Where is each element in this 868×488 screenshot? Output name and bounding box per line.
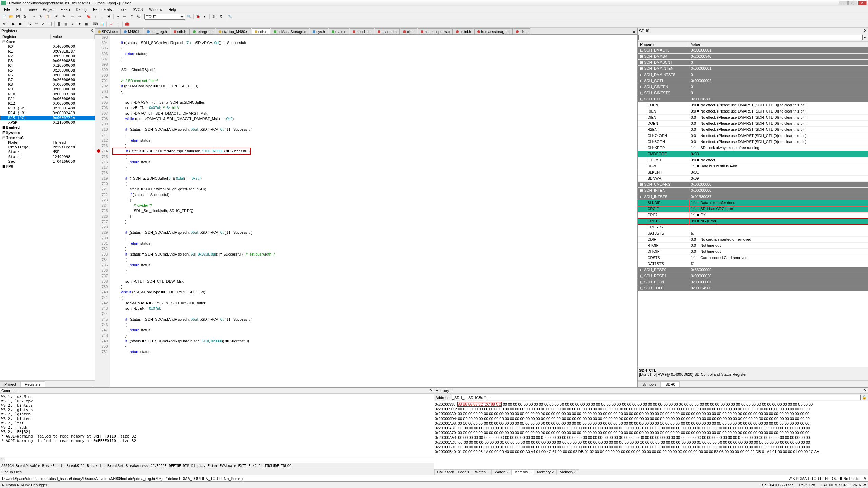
reg-row[interactable]: R30x00000838 [0,59,95,63]
new-icon[interactable]: 📄 [1,14,7,20]
prop-row[interactable]: CTLRST0:0 = No effect [638,157,868,163]
build-icon[interactable]: ⚙ [211,14,217,20]
prop-row[interactable]: ⊞ SDH_CMDARG0x00000000 [638,182,868,188]
prop-row[interactable]: DAT0STS☑ [638,230,868,237]
mem-tab[interactable]: Memory 2 [534,469,557,475]
nav-back-icon[interactable]: ⇐ [70,14,76,20]
find-combo[interactable]: TOUT [144,14,185,20]
file-tab[interactable]: hsMassStorage.c [271,28,309,34]
menu-svcs[interactable]: SVCS [130,7,145,12]
reg-group-internal[interactable]: ⊟Internal [0,135,95,140]
prop-row[interactable]: CRCIF1:1 = SDH has CRC error [638,206,868,212]
tab-registers[interactable]: Registers [20,381,45,387]
sdh-close-icon[interactable]: ✕ [864,28,867,33]
file-tab[interactable]: sdh_reg.h [144,28,170,34]
prop-row[interactable]: ⊞ SDH_RESP10x00000020 [638,273,868,279]
prop-row[interactable]: CRC71:1 = OK [638,212,868,218]
registers-close-icon[interactable]: ✕ [90,28,93,33]
menu-project[interactable]: Project [40,7,57,12]
file-tab[interactable]: sys.h [310,28,328,34]
prop-row[interactable]: BLKDIF1:1 = Data-in transfer done [638,200,868,206]
prop-row[interactable]: CRC160:0 = NG (Error) [638,218,868,224]
reg-row[interactable]: R14 (LR)0x00002419 [0,111,95,116]
file-tab[interactable]: clk.h [513,28,531,34]
debug-icon[interactable]: 🐞 [195,14,201,20]
menu-flash[interactable]: Flash [58,7,73,12]
tab-symbols[interactable]: Symbols [638,381,661,387]
reg-col-value[interactable]: Value [51,34,95,39]
prop-row[interactable]: ⊞ SDH_BLEN0x00000007 [638,279,868,285]
command-close-icon[interactable]: ✕ [430,388,433,393]
menu-window[interactable]: Window [146,7,165,12]
cut-icon[interactable]: ✂ [31,14,37,20]
reg-row[interactable]: R110x00000000 [0,97,95,101]
paste-icon[interactable]: 📋 [44,14,51,20]
show-disasm-icon[interactable]: {} [56,21,62,27]
prop-row[interactable]: R2EN0:0 = No effect. (Please use DMARST … [638,127,868,133]
find-icon[interactable]: 🔍 [186,14,192,20]
uncomment-icon[interactable]: /x [135,14,141,20]
mem-tab[interactable]: Memory 1 [511,469,534,475]
reg-row[interactable]: R90x00000000 [0,87,95,92]
prop-row[interactable]: RIEN0:0 = No effect. (Please use DMARST … [638,108,868,115]
reset-icon[interactable]: ↺ [1,21,7,27]
reg-group-system[interactable]: ⊞System [0,130,95,135]
trace-icon[interactable]: 📈 [108,21,114,27]
prop-row[interactable]: ⊞ SDH_DMAINTEN0x00000001 [638,66,868,72]
prop-row[interactable]: ⊞ SDH_INTEN0x00000000 [638,188,868,194]
prop-row[interactable]: ⊞ SDH_GINTEN0 [638,84,868,90]
prop-row[interactable]: ⊞ SDH_DMABCNT0 [638,60,868,66]
copy-icon[interactable]: ⎘ [38,14,44,20]
reg-group-core[interactable]: ⊟Core [0,39,95,45]
file-tab[interactable]: hsusbd.h [375,28,400,34]
command-input[interactable] [5,457,434,463]
memory-address-input[interactable] [452,395,861,400]
nav-fwd-icon[interactable]: ⇒ [76,14,82,20]
toolbox-icon[interactable]: 🧰 [124,21,130,27]
reg-row[interactable]: R13 (SP)0x20001488 [0,106,95,111]
prop-row[interactable]: BLKCNT0x01 [638,169,868,176]
reg-col-register[interactable]: Register [0,34,51,39]
tab-sdh0[interactable]: SDH0 [661,381,679,387]
reg-row[interactable]: R120x00000000 [0,101,95,106]
code-editor[interactable]: 6936946956966976986997007017027037047057… [95,35,637,387]
file-tab-close-icon[interactable]: ✕ [630,30,637,34]
prop-row[interactable]: CMDCODE0x33 [638,151,868,157]
reg-row[interactable]: R10x09018387 [0,49,95,54]
reg-row[interactable]: R60x00000038 [0,73,95,78]
menu-peripherals[interactable]: Peripherals [90,7,115,12]
prop-row[interactable]: ⊞ SDH_DMASA0x20000940 [638,54,868,60]
file-tab[interactable]: sdh.c [252,28,270,34]
reg-row[interactable]: R80x00000000 [0,82,95,87]
menu-debug[interactable]: Debug [73,7,90,12]
file-tab[interactable]: M480.h [121,28,143,34]
regs-window-icon[interactable]: ▤ [63,21,69,27]
file-tab[interactable]: startup_M480.s [216,28,251,34]
prop-row[interactable]: DAT1STS☑ [638,261,868,267]
file-tab[interactable]: clk.c [400,28,417,34]
outdent-icon[interactable]: ⇤ [122,14,128,20]
file-tab[interactable]: main.c [329,28,349,34]
reg-group-banked[interactable]: ⊞Banked [0,125,95,130]
reg-row[interactable]: StackMSP [0,150,95,155]
reg-row[interactable]: R100x00003380 [0,92,95,97]
menu-file[interactable]: File [1,7,13,12]
prop-row[interactable]: SDNWR0x09 [638,176,868,182]
prop-row[interactable]: DIEN0:0 = No effect. (Please use DMARST … [638,115,868,121]
indent-icon[interactable]: ⇥ [115,14,121,20]
prop-col-value[interactable]: Value [689,42,868,47]
config-icon[interactable]: 🔧 [227,14,233,20]
sdh-property-table[interactable]: Property Value ⊞ SDH_DMACTL0x00000001⊞ S… [638,41,868,367]
bookmark-icon[interactable]: 🔖 [85,14,92,20]
file-tab[interactable]: retarget.c [190,28,215,34]
minimize-button[interactable]: – [839,1,848,5]
prop-row[interactable]: DOEN0:0 = No effect. (Please use DMARST … [638,121,868,127]
tab-project[interactable]: Project [0,381,20,387]
prop-row[interactable]: CLK8OEN0:0 = No effect. (Please use DMAR… [638,139,868,145]
prop-row[interactable]: CLK74OEN0:0 = No effect. (Please use DMA… [638,133,868,139]
prop-row[interactable]: ⊟ SDH_CTL0x09018380 [638,96,868,102]
prop-row[interactable]: DBW1:1 = Data bus width is 4-bit [638,163,868,169]
reg-row[interactable]: PrivilegePrivileged [0,145,95,150]
prop-col-property[interactable]: Property [638,42,689,47]
maximize-button[interactable]: ▢ [848,1,857,5]
